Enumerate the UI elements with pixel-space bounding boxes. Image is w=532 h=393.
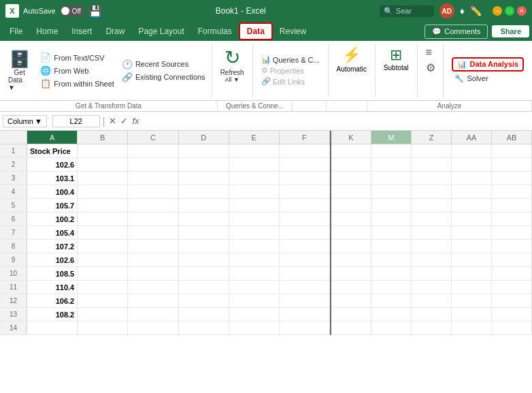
tab-insert[interactable]: Insert xyxy=(65,24,99,39)
tab-page-layout[interactable]: Page Layout xyxy=(131,24,190,39)
formula-input[interactable] xyxy=(144,115,529,127)
cell-b7[interactable] xyxy=(78,226,128,239)
right-col-z[interactable]: Z xyxy=(412,131,452,144)
cell-f11[interactable] xyxy=(280,281,330,294)
right-cell[interactable] xyxy=(492,144,532,157)
cell-a2[interactable]: 102.6 xyxy=(27,158,78,171)
cell-c4[interactable] xyxy=(128,185,178,198)
cell-d7[interactable] xyxy=(179,226,229,239)
cell-d10[interactable] xyxy=(179,267,229,280)
cell-f14[interactable] xyxy=(280,321,330,334)
cell-a6[interactable]: 100.2 xyxy=(27,213,78,225)
cell-a1[interactable]: Stock Price xyxy=(27,144,78,157)
cell-b5[interactable] xyxy=(78,199,128,212)
cell-d9[interactable] xyxy=(179,253,229,266)
cell-a13[interactable]: 108.2 xyxy=(27,308,78,321)
cell-b6[interactable] xyxy=(78,213,128,225)
cell-e2[interactable] xyxy=(229,158,280,171)
cell-d4[interactable] xyxy=(179,185,229,198)
cell-d6[interactable] xyxy=(179,213,229,225)
right-cell[interactable] xyxy=(452,144,492,157)
cell-d3[interactable] xyxy=(179,172,229,185)
from-text-csv[interactable]: 📄 From Text/CSV xyxy=(38,52,116,63)
cell-a8[interactable]: 107.2 xyxy=(27,240,78,253)
cell-a4[interactable]: 100.4 xyxy=(27,185,78,198)
maximize-button[interactable]: □ xyxy=(505,6,514,16)
tab-data[interactable]: Data xyxy=(239,22,273,40)
cell-a14[interactable] xyxy=(27,321,78,334)
cell-reference[interactable] xyxy=(52,115,100,127)
close-button[interactable]: ✕ xyxy=(517,6,527,16)
cell-d14[interactable] xyxy=(179,321,229,334)
right-col-ab[interactable]: AB xyxy=(492,131,532,144)
cell-e12[interactable] xyxy=(229,294,280,307)
cell-e9[interactable] xyxy=(229,253,280,266)
cell-c13[interactable] xyxy=(128,308,178,321)
tab-file[interactable]: File xyxy=(3,24,29,39)
col-header-b[interactable]: B xyxy=(78,131,128,144)
cell-c2[interactable] xyxy=(128,158,178,171)
existing-connections[interactable]: 🔗 Existing Connections xyxy=(120,72,207,83)
cell-e7[interactable] xyxy=(229,226,280,239)
edit-icon[interactable]: ✏️ xyxy=(470,5,482,16)
cell-a5[interactable]: 105.7 xyxy=(27,199,78,212)
cell-e14[interactable] xyxy=(229,321,280,334)
cell-d1[interactable] xyxy=(179,144,229,157)
cell-f9[interactable] xyxy=(280,253,330,266)
cell-e13[interactable] xyxy=(229,308,280,321)
cell-e10[interactable] xyxy=(229,267,280,280)
cell-a10[interactable]: 108.5 xyxy=(27,267,78,280)
cell-a12[interactable]: 106.2 xyxy=(27,294,78,307)
cell-b10[interactable] xyxy=(78,267,128,280)
cell-f1[interactable] xyxy=(280,144,330,157)
right-cell[interactable] xyxy=(412,144,452,157)
cell-c10[interactable] xyxy=(128,267,178,280)
cell-f7[interactable] xyxy=(280,226,330,239)
search-box[interactable]: 🔍 Sear xyxy=(380,5,434,17)
sort-icon[interactable]: ≡ xyxy=(426,46,435,59)
cell-c14[interactable] xyxy=(128,321,178,334)
cell-b2[interactable] xyxy=(78,158,128,171)
cell-e3[interactable] xyxy=(229,172,280,185)
data-analysis-button[interactable]: 📊 Data Analysis xyxy=(452,57,524,72)
comments-button[interactable]: 💬 Comments xyxy=(425,25,488,39)
cell-e1[interactable] xyxy=(229,144,280,157)
cell-b4[interactable] xyxy=(78,185,128,198)
cell-a7[interactable]: 105.4 xyxy=(27,226,78,239)
filter-icon[interactable]: ⚙ xyxy=(426,61,435,74)
cell-c8[interactable] xyxy=(128,240,178,253)
cell-d2[interactable] xyxy=(179,158,229,171)
cell-b3[interactable] xyxy=(78,172,128,185)
col-header-d[interactable]: D xyxy=(179,131,229,144)
cell-b1[interactable] xyxy=(78,144,128,157)
col-header-a[interactable]: A xyxy=(27,131,78,144)
right-col-m[interactable]: M xyxy=(371,131,412,144)
cell-e6[interactable] xyxy=(229,213,280,225)
recent-sources[interactable]: 🕐 Recent Sources xyxy=(120,59,207,70)
cell-d13[interactable] xyxy=(179,308,229,321)
cell-c6[interactable] xyxy=(128,213,178,225)
right-cell[interactable] xyxy=(331,144,371,157)
col-header-c[interactable]: C xyxy=(128,131,178,144)
save-icon[interactable]: 💾 xyxy=(88,5,102,18)
cell-a3[interactable]: 103.1 xyxy=(27,172,78,185)
col-type-select[interactable]: Column ▼ xyxy=(3,115,47,127)
cell-b12[interactable] xyxy=(78,294,128,307)
from-web[interactable]: 🌐 From Web xyxy=(38,65,116,76)
cell-e5[interactable] xyxy=(229,199,280,212)
right-col-aa[interactable]: AA xyxy=(452,131,492,144)
cell-d5[interactable] xyxy=(179,199,229,212)
cell-c12[interactable] xyxy=(128,294,178,307)
diamond-icon[interactable]: ♦ xyxy=(460,5,465,16)
solver-button[interactable]: 🔧 Solver xyxy=(452,73,524,84)
minimize-button[interactable]: – xyxy=(493,6,502,16)
subtotal-button[interactable]: ⊞ Subtotal xyxy=(381,44,412,74)
col-header-f[interactable]: F xyxy=(280,131,330,144)
refresh-button[interactable]: ↻ Refresh All ▼ xyxy=(218,44,247,86)
cell-d8[interactable] xyxy=(179,240,229,253)
tab-formulas[interactable]: Formulas xyxy=(191,24,239,39)
cell-f3[interactable] xyxy=(280,172,330,185)
cell-b11[interactable] xyxy=(78,281,128,294)
queries-connections[interactable]: 📊 Queries & C... xyxy=(260,54,321,65)
cell-c11[interactable] xyxy=(128,281,178,294)
